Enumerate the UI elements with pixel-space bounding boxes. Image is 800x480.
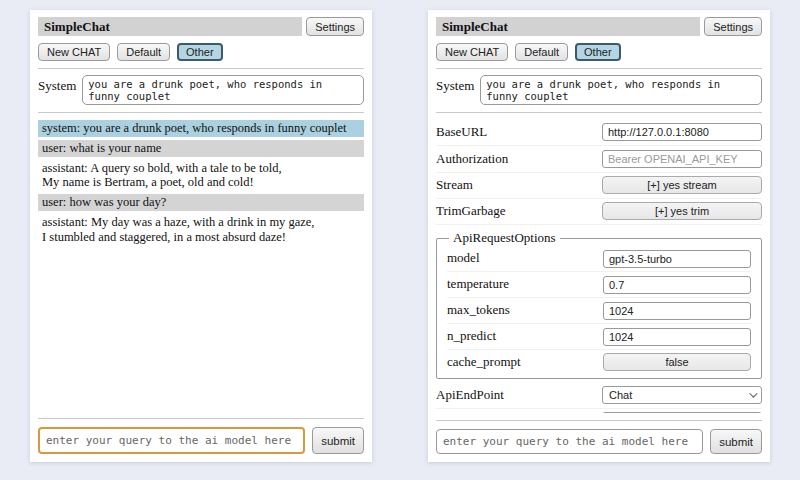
settings-button[interactable]: Settings xyxy=(704,17,762,36)
session-toolbar: New CHAT Default Other xyxy=(436,43,762,61)
api-request-options-fieldset: ApiRequestOptions model temperature max_… xyxy=(436,230,762,379)
session-tab-other[interactable]: Other xyxy=(177,43,223,61)
authorization-input[interactable] xyxy=(602,150,762,168)
new-chat-button[interactable]: New CHAT xyxy=(38,43,110,61)
system-prompt-textarea[interactable]: you are a drunk poet, who responds in fu… xyxy=(82,75,364,105)
chat-history-in-ctxt-select[interactable]: Last1 xyxy=(602,412,762,413)
max-tokens-label: max_tokens xyxy=(447,302,510,318)
settings-list: BaseURL Authorization Stream [+] yes str… xyxy=(436,119,762,413)
divider xyxy=(436,68,762,69)
temperature-label: temperature xyxy=(447,276,509,292)
system-prompt-row: System you are a drunk poet, who respond… xyxy=(436,75,762,105)
divider xyxy=(38,112,364,113)
query-input[interactable] xyxy=(38,427,305,454)
trimgarbage-label: TrimGarbage xyxy=(436,203,506,219)
header: SimpleChat Settings xyxy=(436,17,762,36)
api-endpoint-selected-value: Chat xyxy=(609,389,632,401)
chat-message-system: system: you are a drunk poet, who respon… xyxy=(38,120,364,137)
api-request-options-legend: ApiRequestOptions xyxy=(449,230,560,246)
model-input[interactable] xyxy=(603,250,751,268)
settings-panel: SimpleChat Settings New CHAT Default Oth… xyxy=(428,10,770,462)
session-toolbar: New CHAT Default Other xyxy=(38,43,364,61)
stream-toggle-button[interactable]: [+] yes stream xyxy=(602,176,762,194)
setting-row-max-tokens: max_tokens xyxy=(447,298,751,324)
api-endpoint-label: ApiEndPoint xyxy=(436,387,504,403)
setting-row-cache-prompt: cache_prompt false xyxy=(447,350,751,374)
cache-prompt-label: cache_prompt xyxy=(447,354,521,370)
chevron-down-icon xyxy=(749,389,757,397)
settings-button[interactable]: Settings xyxy=(306,17,364,36)
model-label: model xyxy=(447,250,480,266)
n-predict-input[interactable] xyxy=(603,328,751,346)
system-label: System xyxy=(38,75,76,105)
chat-log: system: you are a drunk poet, who respon… xyxy=(38,120,364,411)
setting-row-baseurl: BaseURL xyxy=(436,119,762,146)
divider xyxy=(38,418,364,419)
divider xyxy=(436,420,762,421)
baseurl-input[interactable] xyxy=(602,123,762,141)
cache-prompt-toggle-button[interactable]: false xyxy=(603,353,751,371)
trimgarbage-toggle-button[interactable]: [+] yes trim xyxy=(602,202,762,220)
query-input[interactable] xyxy=(436,429,703,454)
setting-row-api-endpoint: ApiEndPoint Chat xyxy=(436,383,762,409)
api-endpoint-select[interactable]: Chat xyxy=(602,386,762,404)
chat-message-user: user: how was your day? xyxy=(38,194,364,211)
setting-row-temperature: temperature xyxy=(447,272,751,298)
setting-row-authorization: Authorization xyxy=(436,146,762,173)
setting-row-chat-history-in-ctxt: ChatHistoryInCtxt Last1 xyxy=(436,409,762,413)
stream-label: Stream xyxy=(436,177,473,193)
header: SimpleChat Settings xyxy=(38,17,364,36)
setting-row-model: model xyxy=(447,246,751,272)
submit-button[interactable]: submit xyxy=(710,429,762,454)
session-tab-other[interactable]: Other xyxy=(575,43,621,61)
app-title: SimpleChat xyxy=(38,17,302,36)
baseurl-label: BaseURL xyxy=(436,124,487,140)
system-label: System xyxy=(436,75,474,105)
query-row: submit xyxy=(436,429,762,454)
temperature-input[interactable] xyxy=(603,276,751,294)
chat-message-assistant: assistant: A query so bold, with a tale … xyxy=(38,160,364,192)
setting-row-stream: Stream [+] yes stream xyxy=(436,173,762,199)
system-prompt-textarea[interactable]: you are a drunk poet, who responds in fu… xyxy=(480,75,762,105)
chat-panel: SimpleChat Settings New CHAT Default Oth… xyxy=(30,10,372,462)
submit-button[interactable]: submit xyxy=(312,427,364,454)
session-tab-default[interactable]: Default xyxy=(515,43,568,61)
divider xyxy=(38,68,364,69)
query-row: submit xyxy=(38,427,364,454)
app-title: SimpleChat xyxy=(436,17,700,36)
system-prompt-row: System you are a drunk poet, who respond… xyxy=(38,75,364,105)
n-predict-label: n_predict xyxy=(447,328,496,344)
authorization-label: Authorization xyxy=(436,151,508,167)
new-chat-button[interactable]: New CHAT xyxy=(436,43,508,61)
chat-message-user: user: what is your name xyxy=(38,140,364,157)
setting-row-n-predict: n_predict xyxy=(447,324,751,350)
session-tab-default[interactable]: Default xyxy=(117,43,170,61)
chat-message-assistant: assistant: My day was a haze, with a dri… xyxy=(38,214,364,246)
max-tokens-input[interactable] xyxy=(603,302,751,320)
divider xyxy=(436,112,762,113)
setting-row-trimgarbage: TrimGarbage [+] yes trim xyxy=(436,199,762,225)
